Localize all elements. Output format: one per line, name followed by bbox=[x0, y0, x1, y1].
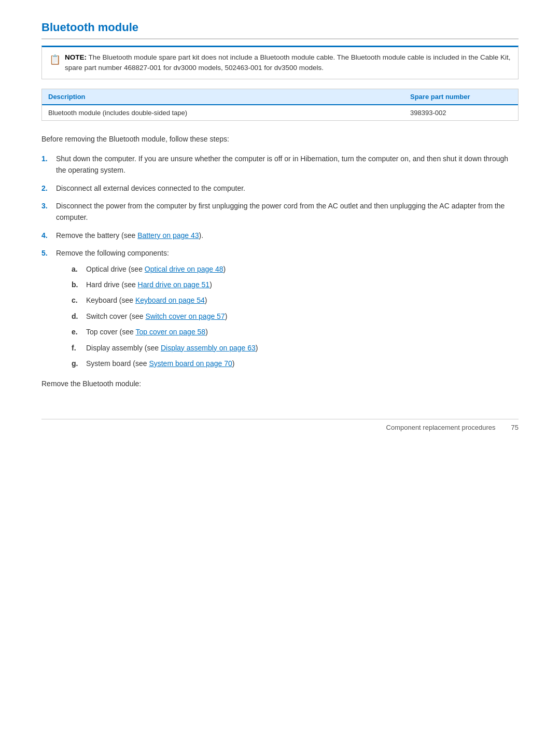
top-cover-link[interactable]: Top cover on page 58 bbox=[135, 328, 205, 336]
table-header: Description Spare part number bbox=[42, 89, 518, 105]
page-content: Bluetooth module 📋 NOTE: The Bluetooth m… bbox=[41, 21, 519, 431]
sub-step-f-label: f. bbox=[72, 342, 86, 354]
sub-step-f: f. Display assembly (see Display assembl… bbox=[56, 342, 258, 354]
step-5-number: 5. bbox=[41, 247, 56, 259]
footer-page-number: 75 bbox=[511, 424, 519, 431]
sub-step-b-label: b. bbox=[72, 279, 86, 290]
display-assembly-link[interactable]: Display assembly on page 63 bbox=[161, 344, 256, 352]
sub-step-d-label: d. bbox=[72, 311, 86, 322]
step-5-text: Remove the following components: bbox=[56, 249, 169, 257]
keyboard-link[interactable]: Keyboard on page 54 bbox=[135, 296, 205, 304]
system-board-link[interactable]: System board on page 70 bbox=[149, 359, 232, 368]
note-label: NOTE: bbox=[65, 53, 87, 61]
section-title: Bluetooth module bbox=[41, 21, 519, 39]
remove-bluetooth-text: Remove the Bluetooth module: bbox=[41, 379, 519, 388]
header-spare-part: Spare part number bbox=[404, 89, 518, 104]
step-1: 1. Shut down the computer. If you are un… bbox=[41, 153, 519, 176]
sub-step-f-text: Display assembly (see Display assembly o… bbox=[86, 342, 258, 354]
note-text: The Bluetooth module spare part kit does… bbox=[65, 53, 511, 72]
note-icon: 📋 bbox=[49, 53, 61, 67]
step-4: 4. Remove the battery (see Battery on pa… bbox=[41, 230, 519, 241]
sub-step-e: e. Top cover (see Top cover on page 58) bbox=[56, 326, 258, 338]
step-1-text: Shut down the computer. If you are unsur… bbox=[56, 153, 519, 176]
sub-step-e-text: Top cover (see Top cover on page 58) bbox=[86, 326, 208, 338]
sub-step-a-label: a. bbox=[72, 263, 86, 275]
step-4-text: Remove the battery (see Battery on page … bbox=[56, 230, 203, 241]
sub-step-g: g. System board (see System board on pag… bbox=[56, 358, 258, 369]
step-2-number: 2. bbox=[41, 182, 56, 194]
step-2-text: Disconnect all external devices connecte… bbox=[56, 182, 245, 194]
sub-step-c-label: c. bbox=[72, 294, 86, 306]
header-description: Description bbox=[42, 89, 404, 104]
footer-label: Component replacement procedures bbox=[386, 424, 496, 431]
parts-table: Description Spare part number Bluetooth … bbox=[41, 89, 519, 121]
optical-drive-link[interactable]: Optical drive on page 48 bbox=[145, 265, 223, 273]
battery-link[interactable]: Battery on page 43 bbox=[137, 231, 199, 240]
step-5-content: Remove the following components: a. Opti… bbox=[56, 247, 258, 373]
step-1-number: 1. bbox=[41, 153, 56, 164]
sub-step-a: a. Optical drive (see Optical drive on p… bbox=[56, 263, 258, 275]
step-2: 2. Disconnect all external devices conne… bbox=[41, 182, 519, 194]
sub-step-b-text: Hard drive (see Hard drive on page 51) bbox=[86, 279, 212, 290]
sub-step-d: d. Switch cover (see Switch cover on pag… bbox=[56, 311, 258, 322]
step-3-number: 3. bbox=[41, 200, 56, 212]
sub-step-g-label: g. bbox=[72, 358, 86, 369]
sub-steps-list: a. Optical drive (see Optical drive on p… bbox=[56, 263, 258, 370]
page-footer: Component replacement procedures 75 bbox=[41, 419, 519, 431]
sub-step-b: b. Hard drive (see Hard drive on page 51… bbox=[56, 279, 258, 290]
hard-drive-link[interactable]: Hard drive on page 51 bbox=[138, 280, 210, 289]
sub-step-e-label: e. bbox=[72, 326, 86, 338]
sub-step-d-text: Switch cover (see Switch cover on page 5… bbox=[86, 311, 227, 322]
note-content: NOTE: The Bluetooth module spare part ki… bbox=[65, 52, 511, 74]
note-box: 📋 NOTE: The Bluetooth module spare part … bbox=[41, 46, 519, 79]
step-4-number: 4. bbox=[41, 230, 56, 241]
sub-step-g-text: System board (see System board on page 7… bbox=[86, 358, 234, 369]
row-part-number: 398393-002 bbox=[404, 105, 518, 120]
step-5: 5. Remove the following components: a. O… bbox=[41, 247, 519, 373]
table-row: Bluetooth module (includes double-sided … bbox=[42, 105, 518, 120]
step-3-text: Disconnect the power from the computer b… bbox=[56, 200, 519, 223]
intro-text: Before removing the Bluetooth module, fo… bbox=[41, 133, 519, 145]
steps-list: 1. Shut down the computer. If you are un… bbox=[41, 153, 519, 373]
sub-step-a-text: Optical drive (see Optical drive on page… bbox=[86, 263, 226, 275]
row-description: Bluetooth module (includes double-sided … bbox=[42, 105, 404, 120]
step-3: 3. Disconnect the power from the compute… bbox=[41, 200, 519, 223]
sub-step-c-text: Keyboard (see Keyboard on page 54) bbox=[86, 294, 207, 306]
sub-step-c: c. Keyboard (see Keyboard on page 54) bbox=[56, 294, 258, 306]
switch-cover-link[interactable]: Switch cover on page 57 bbox=[145, 312, 225, 320]
